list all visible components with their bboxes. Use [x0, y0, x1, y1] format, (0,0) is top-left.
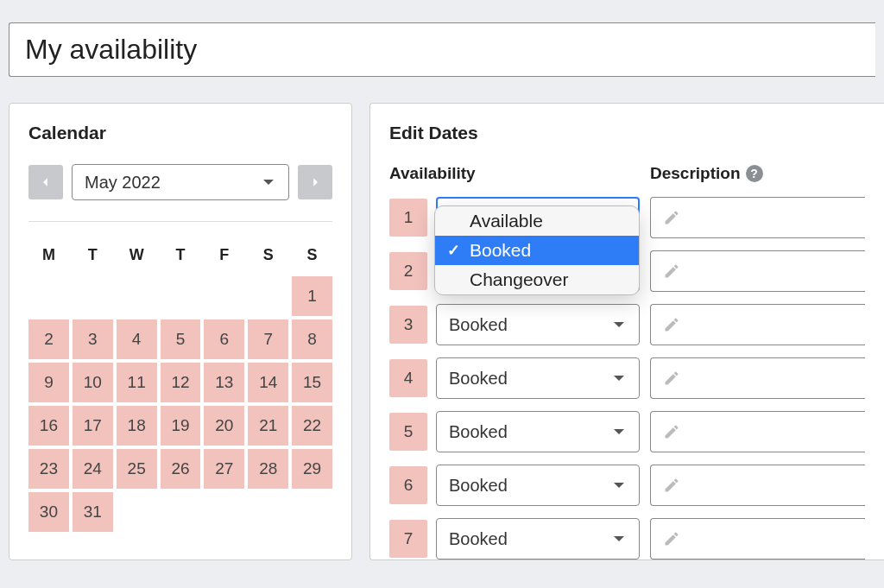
calendar-day[interactable]: 17: [73, 406, 113, 446]
day-of-week-header: T: [73, 237, 113, 273]
chevron-down-icon: [261, 174, 276, 190]
help-icon[interactable]: ?: [746, 165, 763, 182]
edit-dates-heading: Edit Dates: [389, 123, 865, 143]
edit-date-row: 6Booked: [389, 465, 865, 506]
calendar-day[interactable]: 19: [161, 406, 201, 446]
description-input[interactable]: [650, 304, 865, 345]
calendar-day[interactable]: 7: [248, 319, 288, 359]
dropdown-option[interactable]: Changeover: [435, 265, 639, 294]
calendar-day[interactable]: 5: [161, 319, 201, 359]
calendar-day[interactable]: 14: [248, 363, 288, 402]
availability-select[interactable]: Booked: [436, 518, 640, 560]
calendar-day[interactable]: 2: [28, 319, 69, 359]
dropdown-option[interactable]: Available: [435, 206, 639, 236]
calendar-day[interactable]: 28: [248, 449, 288, 489]
pencil-icon: [663, 423, 680, 440]
calendar-day[interactable]: 11: [117, 363, 157, 402]
description-input[interactable]: [650, 518, 865, 560]
availability-select[interactable]: Booked: [436, 411, 640, 452]
calendar-day[interactable]: 15: [292, 363, 332, 402]
calendar-empty-cell: [161, 492, 201, 532]
availability-dropdown-menu[interactable]: AvailableBookedChangeover: [434, 205, 640, 295]
calendar-day[interactable]: 12: [161, 363, 201, 402]
calendar-empty-cell: [248, 492, 288, 532]
availability-select[interactable]: Booked: [436, 304, 640, 345]
calendar-day[interactable]: 20: [204, 406, 244, 446]
edit-date-row: 5Booked: [389, 411, 865, 452]
edit-date-row: 3Booked: [389, 304, 865, 345]
edit-dates-panel: Edit Dates Availability Description ? 1B…: [369, 103, 884, 560]
calendar-day[interactable]: 26: [161, 449, 201, 489]
availability-select[interactable]: Booked: [436, 357, 640, 399]
calendar-grid: MTWTFSS123456789101112131415161718192021…: [28, 237, 332, 532]
calendar-day[interactable]: 30: [28, 492, 69, 532]
column-availability-header: Availability: [389, 164, 650, 183]
dropdown-option[interactable]: Booked: [435, 236, 639, 265]
prev-month-button[interactable]: [28, 165, 63, 199]
calendar-day[interactable]: 3: [73, 319, 113, 359]
availability-value: Booked: [449, 422, 508, 442]
date-badge: 1: [389, 199, 427, 237]
page-title: My availability: [25, 34, 860, 66]
description-input[interactable]: [650, 357, 865, 399]
chevron-down-icon: [611, 317, 627, 332]
description-input[interactable]: [650, 197, 865, 238]
pencil-icon: [663, 370, 680, 387]
pencil-icon: [663, 209, 680, 226]
calendar-day[interactable]: 23: [28, 449, 69, 489]
date-badge: 2: [389, 252, 427, 290]
calendar-day[interactable]: 27: [204, 449, 244, 489]
calendar-day[interactable]: 21: [248, 406, 288, 446]
calendar-heading: Calendar: [28, 123, 332, 143]
availability-value: Booked: [449, 529, 508, 549]
calendar-day[interactable]: 13: [204, 363, 244, 402]
calendar-day[interactable]: 22: [292, 406, 332, 446]
availability-select[interactable]: Booked: [436, 465, 640, 506]
description-input[interactable]: [650, 250, 865, 292]
calendar-day[interactable]: 10: [73, 363, 113, 402]
calendar-day[interactable]: 8: [292, 319, 332, 359]
availability-value: Booked: [449, 315, 508, 335]
chevron-right-icon: [309, 176, 321, 188]
column-description-header: Description ?: [650, 164, 763, 183]
calendar-empty-cell: [204, 276, 244, 316]
month-select[interactable]: May 2022: [72, 164, 289, 200]
calendar-empty-cell: [73, 276, 113, 316]
calendar-day[interactable]: 18: [117, 406, 157, 446]
calendar-empty-cell: [161, 276, 201, 316]
day-of-week-header: W: [117, 237, 157, 273]
calendar-empty-cell: [292, 492, 332, 532]
description-input[interactable]: [650, 411, 865, 452]
calendar-day[interactable]: 6: [204, 319, 244, 359]
calendar-empty-cell: [204, 492, 244, 532]
calendar-empty-cell: [117, 492, 157, 532]
month-label: May 2022: [85, 173, 161, 193]
calendar-day[interactable]: 9: [28, 363, 69, 402]
day-of-week-header: M: [28, 237, 69, 273]
calendar-day[interactable]: 24: [73, 449, 113, 489]
chevron-down-icon: [611, 531, 627, 547]
day-of-week-header: F: [204, 237, 244, 273]
availability-value: Booked: [449, 369, 508, 389]
availability-value: Booked: [449, 476, 508, 496]
calendar-day[interactable]: 29: [292, 449, 332, 489]
pencil-icon: [663, 262, 680, 280]
chevron-down-icon: [611, 370, 627, 386]
calendar-day[interactable]: 16: [28, 406, 69, 446]
chevron-down-icon: [611, 477, 627, 493]
description-input[interactable]: [650, 465, 865, 506]
edit-date-row: 4Booked: [389, 357, 865, 399]
title-input[interactable]: My availability: [9, 22, 875, 77]
date-badge: 6: [389, 466, 427, 504]
day-of-week-header: T: [161, 237, 201, 273]
calendar-day[interactable]: 25: [117, 449, 157, 489]
date-badge: 7: [389, 520, 427, 558]
calendar-day[interactable]: 1: [292, 276, 332, 316]
calendar-day[interactable]: 4: [117, 319, 157, 359]
calendar-day[interactable]: 31: [73, 492, 113, 532]
day-of-week-header: S: [292, 237, 332, 273]
chevron-left-icon: [40, 176, 52, 188]
next-month-button[interactable]: [298, 165, 332, 199]
date-badge: 4: [389, 359, 427, 397]
calendar-empty-cell: [117, 276, 157, 316]
